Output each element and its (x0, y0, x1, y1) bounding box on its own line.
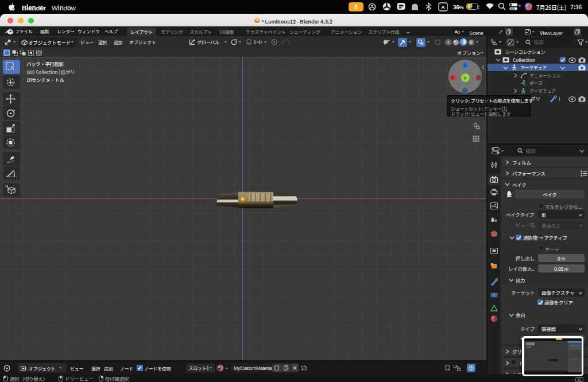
svg-text:A: A (441, 4, 445, 10)
